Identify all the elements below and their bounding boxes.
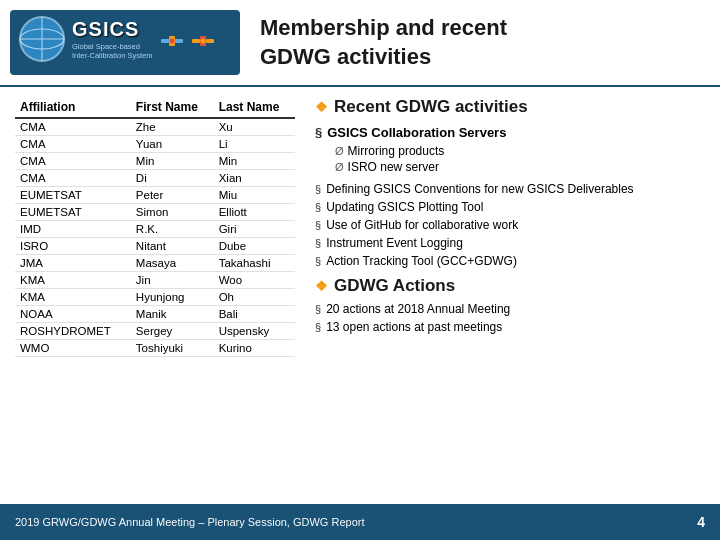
table-cell: Takahashi [214,255,295,272]
table-cell: Yuan [131,136,214,153]
collab-servers-header: § GSICS Collaboration Servers [315,125,705,140]
membership-table: Affiliation First Name Last Name CMAZheX… [15,97,295,357]
isro-label: ISRO new server [348,160,439,174]
col-lastname: Last Name [214,97,295,118]
table-cell: JMA [15,255,131,272]
arrow-icon-1: Ø [335,145,344,157]
action-item: §13 open actions at past meetings [315,320,705,334]
table-cell: Manik [131,306,214,323]
table-row: CMAYuanLi [15,136,295,153]
table-cell: CMA [15,118,131,136]
main-content: Affiliation First Name Last Name CMAZheX… [0,87,720,501]
table-cell: KMA [15,289,131,306]
table-row: IMDR.K.Giri [15,221,295,238]
bullet-item: §Use of GitHub for collaborative work [315,218,705,232]
mirror-label: Mirroring products [348,144,445,158]
table-cell: Jin [131,272,214,289]
action-text: 13 open actions at past meetings [326,320,502,334]
table-cell: IMD [15,221,131,238]
table-row: KMAHyunjongOh [15,289,295,306]
recent-activities-label: Recent GDWG activities [334,97,528,117]
table-cell: Miu [214,187,295,204]
col-affiliation: Affiliation [15,97,131,118]
table-cell: CMA [15,136,131,153]
diamond-icon-2: ❖ [315,278,328,294]
footer-page-number: 4 [697,514,705,530]
table-cell: Di [131,170,214,187]
sq-bullet-icon: § [315,201,321,213]
table-cell: Toshiyuki [131,340,214,357]
table-row: WMOToshiyukiKurino [15,340,295,357]
sub-item-mirror: Ø Mirroring products [335,144,705,158]
sq-bullet-icon: § [315,219,321,231]
svg-rect-10 [206,39,214,43]
table-cell: ISRO [15,238,131,255]
table-cell: Oh [214,289,295,306]
table-cell: Hyunjong [131,289,214,306]
bullet-item: §Updating GSICS Plotting Tool [315,200,705,214]
sq-bullet-action: § [315,303,321,315]
membership-table-section: Affiliation First Name Last Name CMAZheX… [15,97,295,491]
logo-area: GSICS Global Space-based Inter-Calibrati… [10,10,240,75]
table-row: EUMETSATPeterMiu [15,187,295,204]
table-row: EUMETSATSimonElliott [15,204,295,221]
table-cell: Giri [214,221,295,238]
table-row: CMAMinMin [15,153,295,170]
arrow-icon-2: Ø [335,161,344,173]
title-area: Membership and recent GDWG activities [240,14,700,71]
table-cell: Min [214,153,295,170]
bullet-text: Updating GSICS Plotting Tool [326,200,483,214]
table-cell: ROSHYDROMET [15,323,131,340]
bullet-text: Action Tracking Tool (GCC+GDWG) [326,254,517,268]
recent-activities-title: ❖ Recent GDWG activities [315,97,705,117]
collab-label: GSICS Collaboration Servers [327,125,506,140]
table-row: ISRONitantDube [15,238,295,255]
svg-rect-9 [192,39,200,43]
bullet-items-list: §Defining GSICS Conventions for new GSIC… [315,182,705,268]
actions-label: GDWG Actions [334,276,455,296]
table-cell: Zhe [131,118,214,136]
table-cell: Li [214,136,295,153]
logo-decorations [158,27,217,55]
svg-rect-5 [161,39,169,43]
table-row: CMADiXian [15,170,295,187]
sq-bullet-icon: § [315,237,321,249]
collab-subitems: Ø Mirroring products Ø ISRO new server [315,144,705,174]
table-cell: Xian [214,170,295,187]
table-cell: EUMETSAT [15,204,131,221]
col-firstname: First Name [131,97,214,118]
table-cell: CMA [15,170,131,187]
table-cell: Uspensky [214,323,295,340]
table-row: NOAAManikBali [15,306,295,323]
footer: 2019 GRWG/GDWG Annual Meeting – Plenary … [0,504,720,540]
table-cell: Min [131,153,214,170]
table-row: ROSHYDROMETSergeyUspensky [15,323,295,340]
activities-section: ❖ Recent GDWG activities § GSICS Collabo… [310,97,705,491]
gsics-logo-icon [18,15,66,63]
page-title: Membership and recent GDWG activities [260,14,700,71]
sub-item-isro: Ø ISRO new server [335,160,705,174]
bullet-text: Defining GSICS Conventions for new GSICS… [326,182,633,196]
bullet-item: §Action Tracking Tool (GCC+GDWG) [315,254,705,268]
table-cell: Sergey [131,323,214,340]
bullet-item: §Defining GSICS Conventions for new GSIC… [315,182,705,196]
svg-point-11 [201,38,206,43]
svg-rect-6 [175,39,183,43]
table-cell: WMO [15,340,131,357]
table-cell: EUMETSAT [15,187,131,204]
table-cell: Simon [131,204,214,221]
action-items-list: §20 actions at 2018 Annual Meeting§13 op… [315,302,705,334]
table-header-row: Affiliation First Name Last Name [15,97,295,118]
header: GSICS Global Space-based Inter-Calibrati… [0,0,720,87]
table-cell: R.K. [131,221,214,238]
table-cell: Kurino [214,340,295,357]
satellite-icon [158,27,186,55]
gdwg-actions-title: ❖ GDWG Actions [315,276,705,296]
table-cell: Nitant [131,238,214,255]
bullet-text: Use of GitHub for collaborative work [326,218,518,232]
sq-bullet-collab: § [315,125,322,140]
collab-servers-section: § GSICS Collaboration Servers Ø Mirrorin… [315,125,705,174]
table-cell: KMA [15,272,131,289]
action-text: 20 actions at 2018 Annual Meeting [326,302,510,316]
table-cell: Xu [214,118,295,136]
